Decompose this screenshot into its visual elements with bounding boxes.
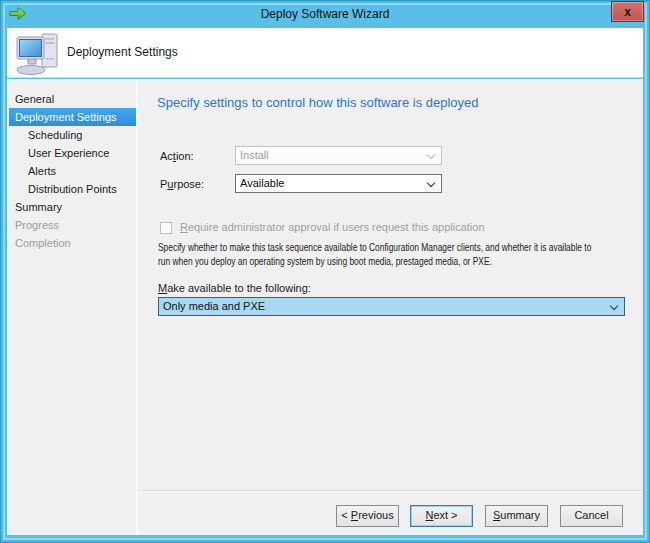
sidebar-item-progress: Progress xyxy=(7,216,136,234)
wizard-banner: Deployment Settings xyxy=(7,28,643,78)
wizard-body: General Deployment Settings Scheduling U… xyxy=(7,79,643,535)
description-text: Specify whether to make this task sequen… xyxy=(158,240,591,268)
computer-icon xyxy=(15,30,61,76)
summary-button[interactable]: Summary xyxy=(485,505,548,527)
titlebar: Deploy Software Wizard x xyxy=(0,0,650,28)
sidebar-item-completion: Completion xyxy=(7,234,136,252)
next-button[interactable]: Next > xyxy=(410,505,473,527)
sidebar-item-distribution-points[interactable]: Distribution Points xyxy=(7,180,136,198)
sidebar-item-scheduling[interactable]: Scheduling xyxy=(7,126,136,144)
cancel-button[interactable]: Cancel xyxy=(560,505,623,527)
close-x-icon: x xyxy=(624,5,631,19)
description-line-1: Specify whether to make this task sequen… xyxy=(158,240,591,254)
availability-dropdown[interactable]: Only media and PXE xyxy=(158,297,625,316)
chevron-down-icon xyxy=(610,302,618,310)
action-value: Install xyxy=(240,149,269,161)
description-line-2: run when you deploy an operating system … xyxy=(158,254,591,268)
purpose-value: Available xyxy=(240,177,284,189)
action-label: Action: xyxy=(160,150,194,162)
purpose-label: Purpose: xyxy=(160,178,204,190)
sidebar-item-deployment-settings[interactable]: Deployment Settings xyxy=(9,108,136,126)
sidebar-item-user-experience[interactable]: User Experience xyxy=(7,144,136,162)
approval-checkbox-label: Require administrator approval if users … xyxy=(180,221,485,233)
page-heading: Specify settings to control how this sof… xyxy=(157,95,479,110)
sidebar-item-alerts[interactable]: Alerts xyxy=(7,162,136,180)
previous-button[interactable]: < Previous xyxy=(336,505,399,527)
sidebar-item-general[interactable]: General xyxy=(7,90,136,108)
close-button[interactable]: x xyxy=(611,1,644,22)
action-dropdown: Install xyxy=(235,146,442,165)
availability-value: Only media and PXE xyxy=(163,300,265,312)
window-title: Deploy Software Wizard xyxy=(0,7,650,21)
make-available-label: Make available to the following: xyxy=(158,282,311,294)
approval-checkbox xyxy=(160,222,172,234)
footer-separator xyxy=(139,490,643,492)
purpose-dropdown[interactable]: Available xyxy=(235,174,442,193)
deploy-software-wizard-window: Deploy Software Wizard x Deployment Sett… xyxy=(0,0,650,543)
chevron-down-icon xyxy=(427,179,435,187)
banner-title: Deployment Settings xyxy=(67,45,178,59)
sidebar-item-summary[interactable]: Summary xyxy=(7,198,136,216)
chevron-down-icon xyxy=(427,151,435,159)
sidebar-nav: General Deployment Settings Scheduling U… xyxy=(7,79,138,535)
